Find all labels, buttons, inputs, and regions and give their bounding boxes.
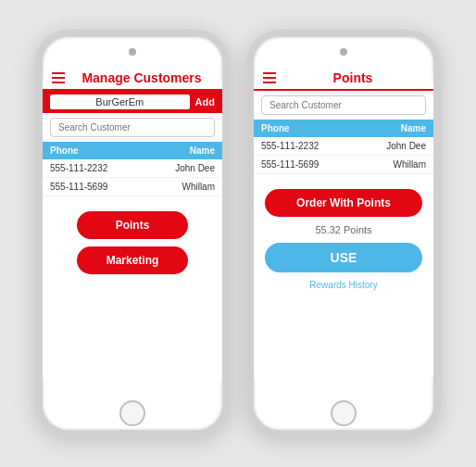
name-cell: Whillam [132, 182, 215, 192]
table-row[interactable]: 555-111-2232 John Dee [254, 137, 433, 156]
phone-cell: 555-111-5699 [50, 182, 132, 192]
table-row[interactable]: 555-111-5699 Whillam [43, 178, 222, 196]
points-value-display: 55.32 Points [315, 224, 371, 235]
table-row[interactable]: 555-111-5699 Whillam [254, 156, 433, 174]
right-table-header: Phone Name [254, 120, 433, 137]
store-name: BurGerEm [50, 95, 190, 109]
left-col1-header: Phone [50, 145, 132, 156]
add-label[interactable]: Add [195, 96, 215, 107]
use-button[interactable]: USE [265, 243, 422, 272]
left-screen: Manage Customers BurGerEm Add Phone Name… [43, 63, 222, 397]
phone-cell: 555-111-5699 [261, 159, 344, 170]
phone-cell: 555-111-2232 [50, 163, 132, 173]
table-row[interactable]: 555-111-2232 John Dee [43, 159, 222, 178]
left-phone: Manage Customers BurGerEm Add Phone Name… [35, 30, 230, 437]
left-table-header: Phone Name [43, 142, 222, 159]
left-hamburger-icon[interactable] [52, 72, 65, 83]
right-phone-bottom [254, 397, 433, 430]
points-label: Points [344, 224, 372, 235]
left-customer-table: Phone Name 555-111-2232 John Dee 555-111… [43, 142, 222, 196]
left-phone-bottom [43, 397, 222, 430]
right-hamburger-icon[interactable] [263, 72, 276, 83]
right-phone: Points Phone Name 555-111-2232 John Dee … [246, 30, 441, 437]
right-customer-table: Phone Name 555-111-2232 John Dee 555-111… [254, 120, 433, 174]
name-cell: John Dee [132, 163, 215, 173]
store-bar: BurGerEm Add [43, 91, 222, 113]
right-app-header: Points [254, 63, 433, 91]
name-cell: John Dee [344, 141, 426, 151]
points-section: Order With Points 55.32 Points USE Rewar… [254, 174, 433, 397]
left-search-bar [43, 113, 222, 142]
order-with-points-button[interactable]: Order With Points [265, 189, 422, 217]
right-search-input[interactable] [261, 95, 426, 115]
left-search-input[interactable] [50, 118, 215, 137]
right-app-title: Points [282, 70, 424, 85]
left-app-header: Manage Customers [43, 63, 222, 91]
left-col2-header: Name [132, 145, 215, 156]
right-col2-header: Name [344, 123, 426, 133]
right-home-button[interactable] [331, 400, 357, 426]
phone-cell: 555-111-2232 [261, 141, 344, 151]
marketing-button[interactable]: Marketing [77, 246, 188, 274]
points-button[interactable]: Points [77, 211, 188, 239]
left-app-title: Manage Customers [70, 70, 213, 85]
right-search-bar [254, 91, 433, 120]
right-col1-header: Phone [261, 123, 344, 133]
right-screen: Points Phone Name 555-111-2232 John Dee … [254, 63, 433, 397]
left-home-button[interactable] [119, 400, 145, 426]
rewards-history-link[interactable]: Rewards History [309, 280, 377, 290]
left-buttons-section: Points Marketing [43, 196, 222, 397]
name-cell: Whillam [344, 159, 426, 170]
points-number: 55.32 [315, 224, 341, 235]
